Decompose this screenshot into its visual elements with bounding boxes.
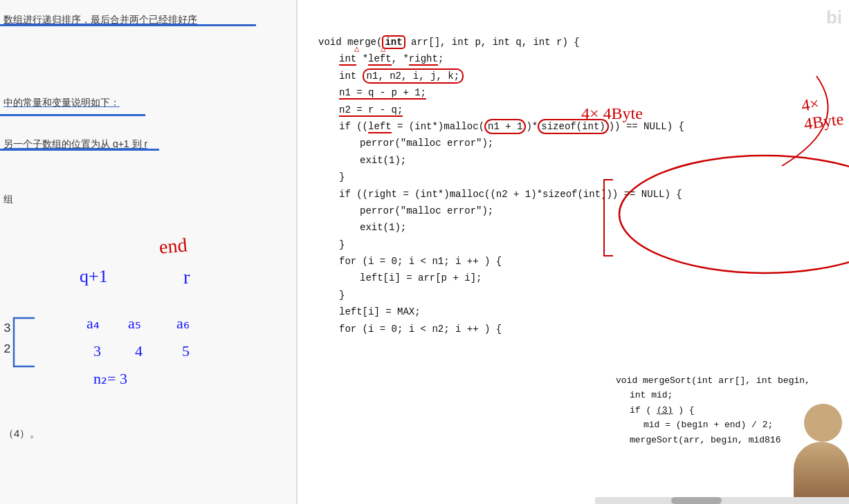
scroll-bar[interactable] <box>595 497 849 504</box>
code-text-2b: , * <box>392 53 409 64</box>
left-arr: left[i] = arr[p + i]; <box>360 272 482 283</box>
perror-2: perror("malloc error"); <box>360 205 493 216</box>
code-if-left: if (( <box>339 121 368 132</box>
handwrite-q1: q+1 <box>80 266 108 287</box>
code-line-8: exit(1); <box>318 153 816 168</box>
handwrite-4: 4 <box>135 342 143 360</box>
code-line-11: perror("malloc error"); <box>318 203 816 218</box>
code-line-13: } <box>318 237 816 252</box>
left-keyword: left <box>368 53 392 66</box>
close-brace-1: } <box>339 171 345 183</box>
left-panel: 数组进行递归排序，最后合并两个已经排好序 中的常量和变量说明如下： 另一个子数组… <box>0 0 298 504</box>
delta-left: △ <box>354 43 359 56</box>
handwrite-n2: n₂= 3 <box>93 370 127 388</box>
code-line-3: int n1, n2, i, j, k; <box>318 68 816 84</box>
chinese-text-2: 中的常量和变量说明如下： <box>3 97 120 109</box>
mergesort-text-2: int mid; <box>630 390 673 400</box>
code-line-10: if ((right = (int*)malloc((n2 + 1)*sizeo… <box>318 187 816 202</box>
handwrite-5: 5 <box>182 342 190 360</box>
bracket-svg <box>7 315 42 370</box>
code-line-18: for (i = 0; i < n2; i ++ ) { <box>318 321 816 337</box>
person-avatar <box>794 442 849 504</box>
right-keyword: right <box>409 53 438 66</box>
scroll-thumb[interactable] <box>671 497 722 504</box>
code-text-2: * <box>363 53 368 64</box>
exit-2: exit(1); <box>360 222 406 233</box>
chinese-text-4: 组 <box>3 194 13 206</box>
code-line-9: } <box>318 169 816 185</box>
handwrite-end: end <box>158 234 188 258</box>
code-if-left2: = (int*)malloc( <box>392 121 484 132</box>
code-line-16: } <box>318 288 816 303</box>
int-text-3: int <box>339 71 363 82</box>
for-n1: for (i = 0; i < n1; i ++ ) { <box>339 256 502 267</box>
code-text-2c: ; <box>438 53 444 64</box>
mergesort-line-3: if ( (3) ) { <box>616 403 810 418</box>
exit-1: exit(1); <box>360 155 406 166</box>
int-keyword-box: int <box>382 35 405 49</box>
blank-3: (3) <box>657 405 673 416</box>
handwrite-a6: a₆ <box>176 315 190 333</box>
mergesort-text-5: mergeSort(arr, begin, mid816 <box>630 435 780 445</box>
code-area: void merge(int arr[], int p, int q, int … <box>318 35 816 337</box>
for-n2: for (i = 0; i < n2; i ++ ) { <box>339 324 502 335</box>
close-brace-3: } <box>339 290 345 301</box>
code-text-1b: arr[], int p, int q, int r) { <box>405 37 580 48</box>
left-var: left <box>368 121 392 133</box>
code-line-1: void merge(int arr[], int p, int q, int … <box>318 35 816 50</box>
code-line-17: left[i] = MAX; <box>318 304 816 319</box>
code-line-5: n2 = r - q; <box>318 102 816 118</box>
mergesort-text-3: if ( <box>630 405 657 416</box>
chinese-text-top: 数组进行递归排序，最后合并两个已经排好序 <box>3 14 197 26</box>
mergesort-text-4: mid = (begin + end) / 2; <box>643 420 773 430</box>
code-line-4: n1 = q - p + 1; <box>318 85 816 100</box>
code-line-7: perror("malloc error"); <box>318 136 816 151</box>
code-if-right: if ((right = (int*)malloc((n2 + 1)*sizeo… <box>339 189 682 200</box>
person-head <box>804 404 842 442</box>
text-4: （4）。 <box>3 427 40 440</box>
code-text-1: void merge( <box>318 37 382 48</box>
mergesort-line-1: void mergeSort(int arr[], int begin, <box>616 373 810 388</box>
screen: 数组进行递归排序，最后合并两个已经排好序 中的常量和变量说明如下： 另一个子数组… <box>0 0 849 504</box>
mergesort-line-4: mid = (begin + end) / 2; <box>616 418 810 432</box>
sizeof-circle: sizeof(int) <box>538 119 608 134</box>
code-if-left4: )) == NULL) { <box>609 121 684 132</box>
mergesort-line-5: mergeSort(arr, begin, mid816 <box>616 433 810 447</box>
code-line-14: for (i = 0; i < n1; i ++ ) { <box>318 254 816 269</box>
handwrite-3: 3 <box>93 342 101 360</box>
handwrite-a4: a₄ <box>86 315 100 333</box>
mergesort-text-3b: ) { <box>673 405 694 416</box>
right-panel: bi void merge(int arr[], int p, int q, i… <box>298 0 849 504</box>
chinese-text-3: 另一个子数组的位置为从 q+1 到 r <box>3 138 147 151</box>
handwrite-a5: a₅ <box>128 315 141 333</box>
close-brace-2: } <box>339 239 345 250</box>
n2-assign: n2 = r - q; <box>339 104 403 117</box>
code-line-15: left[i] = arr[p + i]; <box>318 270 816 286</box>
code-line-2: int *left, *right; △ △ <box>318 51 816 66</box>
vars-circle: n1, n2, i, j, k; <box>363 68 464 84</box>
mergesort-line-2: int mid; <box>616 388 810 402</box>
n1-circle: n1 + 1 <box>484 119 526 134</box>
delta-right: △ <box>381 43 385 56</box>
logo: bi <box>826 7 842 28</box>
mergesort-text-1: void mergeSort(int arr[], int begin, <box>616 375 810 386</box>
code-if-left3: )* <box>526 121 538 132</box>
n1-assign: n1 = q - p + 1; <box>339 87 426 100</box>
blue-underline-2 <box>0 114 145 116</box>
mergesort-panel: void mergeSort(int arr[], int begin, int… <box>616 373 810 447</box>
byte-note-text: 4× 4Byte <box>801 91 849 134</box>
perror-1: perror("malloc error"); <box>360 138 493 149</box>
handwrite-r: r <box>183 266 190 288</box>
left-max: left[i] = MAX; <box>339 306 421 317</box>
code-line-12: exit(1); <box>318 220 816 235</box>
code-line-6: if ((left = (int*)malloc(n1 + 1)*sizeof(… <box>318 119 816 134</box>
